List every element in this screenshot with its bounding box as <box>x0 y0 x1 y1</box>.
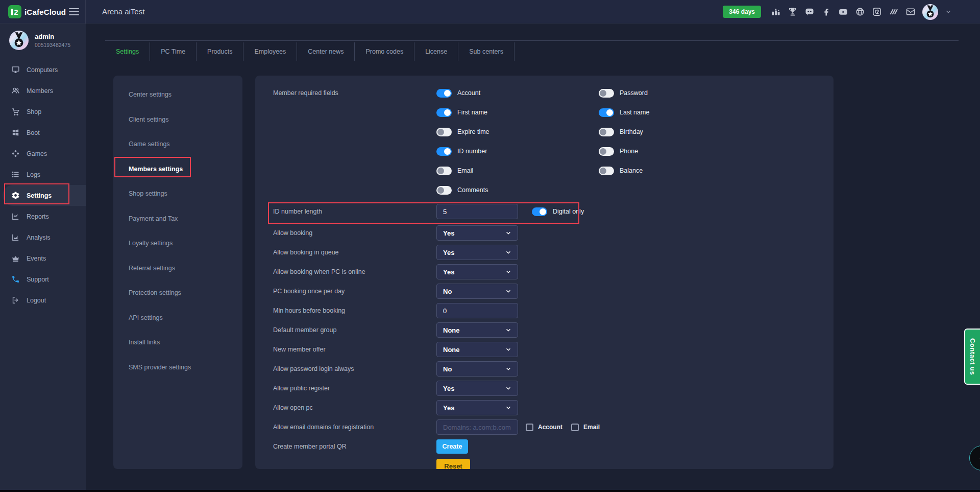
toggle-row-comments: Comments <box>436 180 599 200</box>
email-domains-checkbox-group: Account Email <box>526 424 604 431</box>
toggle-label: Birthday <box>620 128 643 135</box>
facebook-icon[interactable] <box>821 7 831 17</box>
email-checkbox[interactable] <box>571 424 579 431</box>
sidebar-item-label: Analysis <box>27 234 51 241</box>
license-days-badge[interactable]: 346 days <box>723 6 761 18</box>
globe-icon[interactable] <box>855 7 865 17</box>
youtube-icon[interactable] <box>838 7 848 17</box>
account-toggle[interactable] <box>436 89 452 98</box>
sidebar-item-shop[interactable]: Shop <box>0 101 86 122</box>
sidebar-item-boot[interactable]: Boot <box>0 122 86 143</box>
layers-icon[interactable] <box>889 7 899 17</box>
hamburger-menu-icon[interactable] <box>69 8 79 15</box>
digital-only-toggle[interactable] <box>532 207 547 216</box>
first-name-toggle[interactable] <box>436 108 452 117</box>
min-hours-before-booking-input[interactable] <box>436 303 518 318</box>
digital-only-label: Digital only <box>553 208 584 215</box>
topbar: 2 iCafeCloud Arena aiTest 346 days <box>0 0 980 24</box>
birthday-toggle[interactable] <box>599 128 614 136</box>
allow-public-register-select[interactable]: Yes <box>436 381 518 396</box>
sidebar-item-computers[interactable]: Computers <box>0 59 86 80</box>
sidebar-item-members[interactable]: Members <box>0 80 86 101</box>
submenu-center-settings[interactable]: Center settings <box>113 82 242 107</box>
tab-promo-codes[interactable]: Promo codes <box>355 42 414 61</box>
submenu-loyalty-settings[interactable]: Loyalty settings <box>113 231 242 256</box>
submenu-members-settings[interactable]: Members settings <box>113 157 242 182</box>
select-value: Yes <box>443 249 454 256</box>
sidebar-menu: Computers Members Shop Boot Games Logs <box>0 59 86 311</box>
sidebar-item-support[interactable]: Support <box>0 269 86 290</box>
submenu-api-settings[interactable]: API settings <box>113 306 242 331</box>
password-toggle[interactable] <box>599 89 614 98</box>
field-label: PC booking once per day <box>273 288 436 295</box>
balance-toggle[interactable] <box>599 167 614 175</box>
sidebar-item-analysis[interactable]: Analysis <box>0 227 86 248</box>
tab-sub-centers[interactable]: Sub centers <box>458 42 514 61</box>
form-row-id-number-length: ID number length Digital only <box>273 200 834 223</box>
toggle-row-account: Account <box>436 83 599 103</box>
form-row-default-member-group: Default member group None <box>273 320 834 340</box>
toggle-label: Balance <box>620 167 643 174</box>
field-label: New member offer <box>273 346 436 353</box>
trophy-icon[interactable] <box>788 7 798 17</box>
submenu-sms-provider-settings[interactable]: SMS provider settings <box>113 355 242 380</box>
discord-icon[interactable] <box>804 7 815 17</box>
collapse-arrow-button[interactable] <box>969 446 980 471</box>
last-name-toggle[interactable] <box>599 108 614 117</box>
tab-settings[interactable]: Settings <box>105 42 150 61</box>
form-row-allow-open-pc: Allow open pc Yes <box>273 398 834 417</box>
tab-products[interactable]: Products <box>197 42 243 61</box>
phone-toggle[interactable] <box>599 147 614 156</box>
create-button[interactable]: Create <box>436 439 468 454</box>
submenu-protection-settings[interactable]: Protection settings <box>113 280 242 306</box>
toggle-label: Phone <box>620 148 638 155</box>
allow-booking-in-queue-select[interactable]: Yes <box>436 245 518 260</box>
email-domains-input[interactable] <box>436 419 518 435</box>
allow-booking-select[interactable]: Yes <box>436 225 518 241</box>
allow-open-pc-select[interactable]: Yes <box>436 400 518 415</box>
sidebar-item-events[interactable]: Events <box>0 248 86 269</box>
sidebar-item-logs[interactable]: Logs <box>0 164 86 185</box>
sidebar-item-logout[interactable]: Logout <box>0 290 86 311</box>
email-toggle[interactable] <box>436 167 452 175</box>
submenu-referral-settings[interactable]: Referral settings <box>113 256 242 281</box>
contact-us-button[interactable]: Contact us <box>964 329 980 385</box>
submenu-game-settings[interactable]: Game settings <box>113 132 242 157</box>
toggle-label: Expire time <box>457 128 489 135</box>
reset-button[interactable]: Reset <box>436 459 470 469</box>
user-avatar[interactable] <box>922 4 938 20</box>
expire-time-toggle[interactable] <box>436 128 452 136</box>
default-member-group-select[interactable]: None <box>436 322 518 338</box>
chevron-down-icon <box>505 230 511 236</box>
sidebar-item-label: Settings <box>27 192 52 199</box>
id-number-toggle[interactable] <box>436 147 452 156</box>
sidebar-item-reports[interactable]: Reports <box>0 206 86 227</box>
account-checkbox[interactable] <box>526 424 533 431</box>
id-number-length-input[interactable] <box>436 204 518 219</box>
icafecloud-mark-icon[interactable] <box>872 7 882 17</box>
mail-icon[interactable] <box>905 7 916 17</box>
new-member-offer-select[interactable]: None <box>436 342 518 357</box>
required-fields-column-2: Password Last name Birthday Phone Balanc… <box>599 83 752 200</box>
icafecloud-logo-icon[interactable]: 2 <box>8 5 21 18</box>
submenu-payment-and-tax[interactable]: Payment and Tax <box>113 206 242 231</box>
submenu-client-settings[interactable]: Client settings <box>113 107 242 132</box>
pc-booking-once-per-day-select[interactable]: No <box>436 284 518 299</box>
sidebar-item-games[interactable]: Games <box>0 143 86 164</box>
allow-booking-pc-online-select[interactable]: Yes <box>436 264 518 279</box>
chevron-down-icon[interactable] <box>945 8 952 15</box>
support-phone-icon <box>11 275 20 284</box>
leaderboard-icon[interactable] <box>771 7 781 17</box>
form-row-allow-email-domains: Allow email domains for registration Acc… <box>273 417 834 437</box>
submenu-shop-settings[interactable]: Shop settings <box>113 181 242 206</box>
tab-employees[interactable]: Employees <box>243 42 297 61</box>
tab-pc-time[interactable]: PC Time <box>150 42 197 61</box>
tab-license[interactable]: License <box>414 42 458 61</box>
allow-password-login-always-select[interactable]: No <box>436 361 518 377</box>
tab-center-news[interactable]: Center news <box>297 42 355 61</box>
comments-toggle[interactable] <box>436 186 452 195</box>
sidebar-item-settings[interactable]: Settings <box>3 185 86 206</box>
field-label: Allow email domains for registration <box>273 424 436 431</box>
submenu-install-links[interactable]: Install links <box>113 330 242 355</box>
sidebar-user[interactable]: admin 005193482475 <box>0 24 86 57</box>
